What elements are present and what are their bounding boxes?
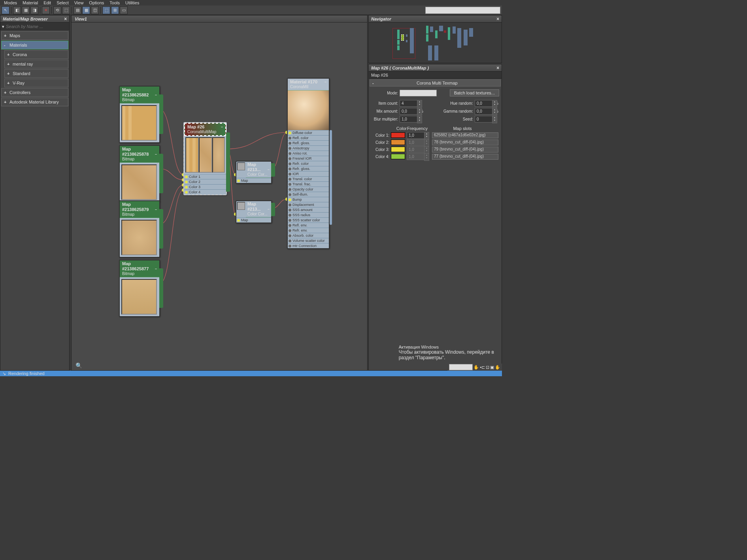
spinner[interactable]: 1,0	[407, 153, 425, 160]
menu-item[interactable]: Edit	[43, 0, 51, 5]
menu-item[interactable]: Material	[23, 0, 38, 5]
material-slot[interactable]: Transl. frac.	[288, 181, 329, 187]
batch-load-button[interactable]: Batch load textures...	[450, 89, 499, 96]
material-slot[interactable]: SSS radius	[288, 212, 329, 217]
material-slot[interactable]: Refr. env.	[288, 228, 329, 233]
menu-item[interactable]: Options	[89, 0, 104, 5]
active-view-select[interactable]: View1⌄	[425, 7, 500, 14]
material-slot[interactable]: Self-illum.	[288, 192, 329, 197]
tool-icon[interactable]: ⊞	[111, 6, 119, 14]
node-port[interactable]: Map	[236, 178, 271, 183]
tree-item[interactable]: +Maps	[1, 31, 68, 40]
material-slot[interactable]: Diffuse color	[288, 130, 329, 135]
map-slot-button[interactable]: 77 (brevno_cut_diff-(04).jpg)	[432, 154, 498, 160]
material-slot[interactable]: Aniso rot.	[288, 151, 329, 156]
spinner[interactable]: 1,0	[407, 146, 425, 153]
material-slot[interactable]: mtr Connection	[288, 243, 329, 248]
bitmap-node[interactable]: Map #2138625882–Bitmap	[119, 86, 160, 143]
pan-icon[interactable]: ✋	[473, 365, 479, 370]
spinner[interactable]: 1,0	[400, 116, 418, 123]
map-slot-button[interactable]: 625882 (c467a1d6e02e2.jpg)	[432, 132, 498, 138]
node-port[interactable]: Color 3	[184, 184, 226, 189]
delete-icon[interactable]: ✕	[42, 6, 50, 14]
tool-icon[interactable]: ⬚	[62, 6, 70, 14]
material-slot[interactable]: Volume scatter color	[288, 238, 329, 243]
zoom-region-icon[interactable]: ⊡	[486, 365, 489, 370]
map-slot-button[interactable]: 79 (brevno_cut_diff-(04).jpg)	[432, 147, 498, 153]
node-port[interactable]: Map	[236, 217, 271, 222]
tree-item[interactable]: +Autodesk Material Library	[1, 98, 68, 106]
spinner[interactable]: 1,0	[407, 139, 425, 146]
material-slot[interactable]: Displacement	[288, 202, 329, 207]
tree-item[interactable]: +Corona	[4, 50, 68, 59]
search-input[interactable]	[6, 24, 68, 29]
close-icon[interactable]: ×	[496, 65, 499, 71]
material-slot[interactable]: Fresnel IOR	[288, 156, 329, 161]
tool-icon[interactable]: ▤	[74, 6, 81, 14]
node-port[interactable]: Color 1	[184, 174, 226, 179]
pan-icon[interactable]: ✋	[495, 365, 500, 370]
menu-item[interactable]: Utilities	[125, 0, 139, 5]
map-slot-button[interactable]: 78 (brevno_cut_diff-(04).jpg)	[432, 140, 498, 145]
multimap-node[interactable]: Map #26–CoronaMultiMapColor 1Color 2Colo…	[183, 122, 227, 195]
color-swatch[interactable]	[391, 132, 405, 138]
material-slot[interactable]: Transl. color	[288, 176, 329, 181]
material-slot[interactable]: SSS amount	[288, 207, 329, 212]
color-swatch[interactable]	[391, 140, 405, 145]
node-port[interactable]: Color 2	[184, 179, 226, 184]
rollout-header[interactable]: -Corona Multi Texmap	[370, 79, 501, 87]
color-swatch[interactable]	[391, 147, 405, 152]
navigator-canvas[interactable]	[369, 23, 502, 63]
frame-icon[interactable]: ▣	[490, 365, 494, 370]
arrow-tool-icon[interactable]: ↖	[2, 6, 9, 14]
viewport[interactable]: View1 Map #2138625882–BitmapMap #2138625…	[71, 15, 368, 371]
material-slot[interactable]: Refl. env.	[288, 222, 329, 228]
tool-icon[interactable]: ◫	[91, 6, 99, 14]
material-node[interactable]: Material #170–CoronaMtlDiffuse colorRefl…	[287, 78, 330, 249]
tool-icon[interactable]: ▦	[22, 6, 30, 14]
menu-item[interactable]: Tools	[109, 0, 120, 5]
material-slot[interactable]: IOR	[288, 171, 329, 176]
spinner[interactable]: 0,0	[400, 108, 418, 115]
material-slot[interactable]: Bump	[288, 197, 329, 202]
tool-icon[interactable]: ◨	[30, 6, 38, 14]
bitmap-node[interactable]: Map #2138625878–Bitmap	[119, 145, 160, 202]
zoom-select[interactable]: 70%⌄	[449, 364, 473, 370]
material-slot[interactable]: Absorb. color	[288, 233, 329, 238]
binoculars-icon[interactable]: 🔍	[75, 362, 82, 369]
spinner[interactable]: 0,0	[475, 108, 493, 115]
material-slot[interactable]: Refr. color	[288, 161, 329, 166]
tool-icon[interactable]: ▭	[120, 6, 128, 14]
close-icon[interactable]: ×	[64, 16, 67, 22]
mode-select[interactable]: Material ID⌄	[400, 90, 437, 96]
tool-icon[interactable]: ▦	[82, 6, 90, 14]
material-slot[interactable]: Opacity color	[288, 187, 329, 192]
material-slot[interactable]: Refr. gloss.	[288, 166, 329, 171]
zoom-icon[interactable]: •⊏	[480, 365, 485, 370]
tool-icon[interactable]: ⬚	[102, 6, 110, 14]
colorcorrect-node[interactable]: Map #213...–Color Cor...Map	[236, 200, 272, 223]
tool-icon[interactable]: ◧	[13, 6, 21, 14]
material-slot[interactable]: Refl. color	[288, 135, 329, 140]
tree-item[interactable]: +mental ray	[4, 60, 68, 68]
spinner[interactable]: 0,0	[475, 100, 493, 107]
node-graph-canvas[interactable]: Map #2138625882–BitmapMap #2138625878–Bi…	[72, 23, 367, 370]
spinner[interactable]: 1,0	[407, 132, 425, 139]
tree-item[interactable]: +Standard	[4, 69, 68, 78]
close-icon[interactable]: ×	[496, 16, 499, 22]
menu-item[interactable]: View	[74, 0, 84, 5]
tree-item[interactable]: -Materials	[1, 41, 68, 49]
colorcorrect-node[interactable]: Map #213...–Color Cor...Map	[236, 161, 272, 184]
tree-item[interactable]: +Controllers	[1, 88, 68, 97]
menubar[interactable]: ModesMaterialEditSelectViewOptionsToolsU…	[0, 0, 502, 6]
node-port[interactable]: Color 4	[184, 189, 226, 194]
material-slot[interactable]: Refl. gloss.	[288, 140, 329, 145]
tool-icon[interactable]: ⟲	[53, 6, 61, 14]
bitmap-node[interactable]: Map #2138625877–Bitmap	[119, 260, 160, 317]
material-slot[interactable]: SSS scatter color	[288, 217, 329, 222]
material-slot[interactable]: Anisotropy	[288, 145, 329, 151]
spinner[interactable]: 0	[475, 116, 493, 123]
spinner[interactable]: 4	[400, 100, 418, 107]
tree-item[interactable]: +V-Ray	[4, 79, 68, 87]
color-swatch[interactable]	[391, 154, 405, 159]
